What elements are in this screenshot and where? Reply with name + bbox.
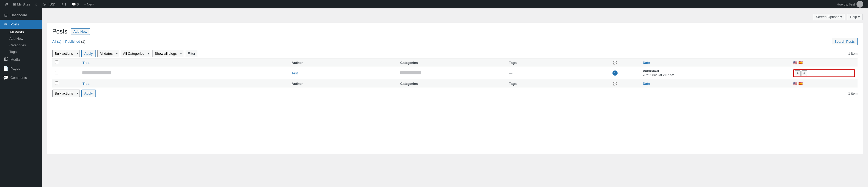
flag-us-header: 🇺🇸 bbox=[793, 61, 797, 65]
flag-es-footer: 🇪🇸 bbox=[798, 82, 803, 86]
title-sort-link-footer[interactable]: Title bbox=[83, 82, 90, 86]
categories-footer-header: Categories bbox=[398, 79, 506, 88]
lang-add-buttons: + + bbox=[793, 70, 855, 77]
date-value: 2021/08/23 at 2:07 pm bbox=[643, 73, 788, 77]
tags-label: Tags bbox=[9, 50, 17, 54]
title-column-header: Title bbox=[80, 58, 289, 67]
comments-menu-icon: 💬 bbox=[3, 75, 8, 80]
row-checkbox[interactable] bbox=[55, 71, 58, 74]
apply-label-bottom: Apply bbox=[84, 91, 93, 95]
author-col-label: Author bbox=[292, 61, 303, 65]
title-col-label-footer: Title bbox=[83, 82, 90, 86]
sidebar-label-dashboard: Dashboard bbox=[10, 13, 27, 17]
add-lang-us-button[interactable]: + bbox=[795, 71, 801, 76]
categories-col-label-footer: Categories bbox=[400, 82, 418, 86]
sidebar-item-comments[interactable]: 💬 Comments bbox=[0, 73, 42, 82]
new-content-item[interactable]: + New bbox=[81, 0, 96, 8]
title-sort-link[interactable]: Title bbox=[83, 61, 90, 65]
home-icon: ⌂ bbox=[35, 2, 37, 6]
all-filter-count: (1) bbox=[57, 39, 61, 44]
comment-count-badge: 1 bbox=[612, 71, 618, 76]
posts-table: Title Author Categories Tags bbox=[52, 58, 858, 88]
title-cell bbox=[80, 67, 289, 79]
comments-count: 0 bbox=[77, 2, 79, 6]
comments-icon-footer: 💬 bbox=[613, 82, 617, 86]
select-all-checkbox[interactable] bbox=[55, 60, 58, 64]
bulk-actions-select-top[interactable]: Bulk actions bbox=[52, 50, 80, 57]
bulk-actions-wrap-bottom: Bulk actions bbox=[52, 89, 80, 97]
author-column-header: Author bbox=[289, 58, 398, 67]
filter-label: Filter bbox=[188, 52, 195, 55]
published-status: Published bbox=[643, 69, 659, 73]
sidebar-item-categories[interactable]: Categories bbox=[0, 42, 42, 49]
filter-button[interactable]: Filter bbox=[185, 50, 198, 57]
published-filter-link[interactable]: Published bbox=[65, 39, 81, 44]
published-date-text: 2021/08/23 at 2:07 pm bbox=[643, 73, 674, 77]
comments-footer-header: 💬 bbox=[590, 79, 640, 88]
dates-filter-wrap: All dates bbox=[97, 50, 119, 57]
howdy-label: Howdy, Test bbox=[837, 2, 855, 6]
blogs-filter-select[interactable]: Show all blogs bbox=[153, 50, 183, 57]
date-footer-header: Date bbox=[640, 79, 790, 88]
screen-options-button[interactable]: Screen Options ▾ bbox=[813, 14, 845, 20]
comments-item[interactable]: 💬 0 bbox=[69, 0, 81, 8]
comments-column-header: 💬 bbox=[590, 58, 640, 67]
comments-cell: 1 bbox=[590, 67, 640, 79]
pages-icon: 📄 bbox=[3, 66, 8, 71]
dates-filter-select[interactable]: All dates bbox=[97, 50, 119, 57]
lang-cell: + + bbox=[790, 67, 858, 79]
author-link[interactable]: Test bbox=[292, 71, 298, 75]
item-count-top: 1 item bbox=[848, 52, 858, 55]
sidebar-item-add-new[interactable]: Add New bbox=[0, 35, 42, 42]
table-body: Test — 1 bbox=[52, 67, 858, 79]
updates-item[interactable]: ↺ 1 bbox=[58, 0, 69, 8]
apply-button-bottom[interactable]: Apply bbox=[81, 89, 96, 97]
categories-cell bbox=[398, 67, 506, 79]
flag-us-footer: 🇺🇸 bbox=[793, 82, 797, 86]
post-filter-nav: All (1) | Published (1) bbox=[52, 39, 85, 44]
search-posts-button[interactable]: Search Posts bbox=[832, 38, 858, 45]
home-item[interactable]: ⌂ bbox=[33, 0, 40, 8]
search-posts-label: Search Posts bbox=[835, 39, 855, 44]
select-all-footer bbox=[52, 79, 80, 88]
sidebar-item-media[interactable]: 🖼 Media bbox=[0, 55, 42, 64]
dashboard-icon: ⊞ bbox=[3, 12, 8, 18]
row-checkbox-cell bbox=[52, 67, 80, 79]
sidebar-label-media: Media bbox=[10, 58, 20, 61]
sidebar-item-posts[interactable]: ✏ Posts bbox=[0, 20, 42, 29]
all-posts-filter-link[interactable]: All (1) bbox=[52, 39, 61, 44]
table-nav-bottom: Bulk actions Apply 1 item bbox=[52, 89, 858, 97]
add-new-button[interactable]: Add New bbox=[71, 28, 90, 35]
blogs-filter-wrap: Show all blogs bbox=[153, 50, 183, 57]
media-icon: 🖼 bbox=[3, 57, 8, 62]
wp-logo-icon: W bbox=[5, 2, 8, 6]
tags-cell: — bbox=[506, 67, 590, 79]
sidebar-item-tags[interactable]: Tags bbox=[0, 49, 42, 55]
bulk-actions-select-bottom[interactable]: Bulk actions bbox=[52, 89, 80, 97]
add-lang-es-button[interactable]: + bbox=[802, 71, 807, 76]
add-new-button-label: Add New bbox=[73, 30, 87, 33]
wp-logo-item[interactable]: W bbox=[2, 0, 10, 8]
title-footer-header: Title bbox=[80, 79, 289, 88]
item-count-top-label: 1 item bbox=[848, 52, 858, 55]
my-sites-item[interactable]: ⊞ My Sites bbox=[10, 0, 33, 8]
date-sort-link-footer[interactable]: Date bbox=[643, 82, 650, 86]
site-name-item[interactable]: (en_US) bbox=[40, 0, 58, 8]
categories-filter-wrap: All Categories bbox=[121, 50, 151, 57]
sidebar-item-all-posts[interactable]: All Posts bbox=[0, 29, 42, 35]
lang-footer-header: 🇺🇸 🇪🇸 bbox=[790, 79, 858, 88]
sidebar-item-pages[interactable]: 📄 Pages bbox=[0, 64, 42, 73]
date-sort-link[interactable]: Date bbox=[643, 61, 650, 65]
sidebar-item-dashboard[interactable]: ⊞ Dashboard bbox=[0, 10, 42, 20]
categories-filter-select[interactable]: All Categories bbox=[121, 50, 151, 57]
table-header-row: Title Author Categories Tags bbox=[52, 58, 858, 67]
date-col-label-footer: Date bbox=[643, 82, 650, 86]
author-name: Test bbox=[292, 71, 298, 75]
author-footer-header: Author bbox=[289, 79, 398, 88]
help-button[interactable]: Help ▾ bbox=[847, 14, 863, 20]
apply-button-top[interactable]: Apply bbox=[81, 50, 96, 57]
content-wrap: Posts Add New All (1) | Publis bbox=[47, 23, 863, 154]
published-count: (1) bbox=[81, 39, 85, 44]
search-input[interactable] bbox=[778, 38, 830, 45]
select-all-checkbox-footer[interactable] bbox=[55, 81, 58, 85]
